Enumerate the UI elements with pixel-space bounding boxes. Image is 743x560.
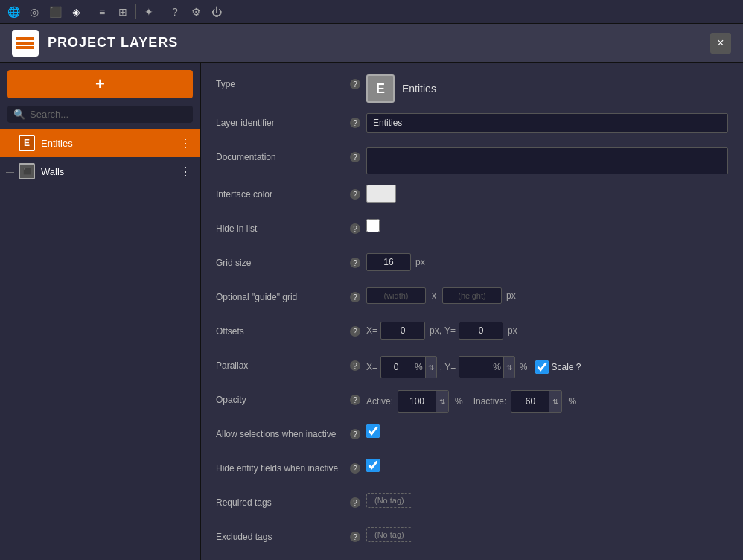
guide-width-input[interactable] bbox=[366, 287, 426, 304]
type-row: Type ? E Entities bbox=[216, 74, 728, 103]
opacity-help[interactable]: ? bbox=[350, 390, 366, 405]
entities-layer-menu-button[interactable]: ⋮ bbox=[176, 135, 194, 152]
hide-entity-fields-checkbox[interactable] bbox=[366, 459, 380, 472]
layer-identifier-row: Layer identifier ? bbox=[216, 113, 728, 137]
opacity-inactive-wrapper: ⇅ bbox=[511, 390, 562, 413]
guide-grid-label: Optional "guide" grid bbox=[216, 287, 350, 304]
parallax-y-spin-btn[interactable]: ⇅ bbox=[503, 357, 514, 378]
opacity-active-label: Active: bbox=[366, 396, 393, 407]
type-label: Type bbox=[216, 74, 350, 91]
guide-grid-control: x px bbox=[366, 287, 728, 304]
opacity-active-spin[interactable]: ⇅ bbox=[436, 391, 448, 412]
opacity-label: Opacity bbox=[216, 390, 350, 407]
guide-grid-row: Optional "guide" grid ? x px bbox=[216, 287, 728, 311]
close-button[interactable]: × bbox=[710, 33, 731, 54]
toolbar-divider-2 bbox=[135, 4, 136, 19]
grid-size-row: Grid size ? px bbox=[216, 253, 728, 277]
layer-item-walls[interactable]: — ⬛ Walls ⋮ bbox=[0, 157, 200, 185]
layer-identifier-input[interactable] bbox=[366, 113, 728, 133]
main-content: + 🔍 — E Entities ⋮ — ⬛ Walls ⋮ Type ? bbox=[0, 63, 743, 560]
parallax-x-spin-btn[interactable]: ⇅ bbox=[425, 357, 436, 378]
parallax-help[interactable]: ? bbox=[350, 356, 366, 371]
documentation-help[interactable]: ? bbox=[350, 147, 366, 162]
hide-in-list-help[interactable]: ? bbox=[350, 219, 366, 234]
grid-size-help[interactable]: ? bbox=[350, 253, 366, 268]
drag-handle-walls: — bbox=[6, 167, 14, 176]
allow-selections-checkbox[interactable] bbox=[366, 424, 380, 438]
guide-grid-help[interactable]: ? bbox=[350, 287, 366, 302]
parallax-row: Parallax ? X= % ⇅ , Y= % ⇅ % Scale bbox=[216, 356, 728, 380]
settings-panel: Type ? E Entities Layer identifier ? Doc… bbox=[201, 63, 743, 560]
documentation-input[interactable] bbox=[366, 147, 728, 174]
entities-layer-name: Entities bbox=[41, 138, 176, 149]
hide-entity-fields-label: Hide entity fields when inactive bbox=[216, 459, 350, 475]
excluded-tags-button[interactable]: (No tag) bbox=[366, 527, 412, 542]
opacity-active-unit: % bbox=[455, 396, 463, 407]
opacity-inactive-unit: % bbox=[568, 396, 576, 407]
layers-icon[interactable]: ◈ bbox=[66, 1, 86, 22]
walls-layer-menu-button[interactable]: ⋮ bbox=[176, 163, 194, 180]
exit-icon[interactable]: ⏻ bbox=[206, 1, 227, 22]
parallax-x-input[interactable] bbox=[381, 359, 411, 375]
type-help[interactable]: ? bbox=[350, 74, 366, 89]
offset-x-input[interactable] bbox=[380, 322, 425, 340]
help-icon[interactable]: ? bbox=[165, 1, 185, 22]
required-tags-help[interactable]: ? bbox=[350, 493, 366, 508]
offsets-help[interactable]: ? bbox=[350, 322, 366, 337]
required-tags-button[interactable]: (No tag) bbox=[366, 493, 412, 508]
parallax-label: Parallax bbox=[216, 356, 350, 372]
hide-in-list-row: Hide in list ? bbox=[216, 219, 728, 243]
hide-entity-fields-row: Hide entity fields when inactive ? bbox=[216, 459, 728, 483]
svg-rect-2 bbox=[16, 46, 34, 49]
allow-selections-label: Allow selections when inactive bbox=[216, 424, 350, 441]
opacity-inactive-input[interactable] bbox=[511, 393, 549, 410]
excluded-tags-help[interactable]: ? bbox=[350, 527, 366, 542]
location-icon[interactable]: ◎ bbox=[24, 1, 45, 22]
star-icon[interactable]: ✦ bbox=[138, 1, 159, 22]
sidebar: + 🔍 — E Entities ⋮ — ⬛ Walls ⋮ bbox=[0, 63, 201, 560]
list-icon[interactable]: ≡ bbox=[92, 1, 112, 22]
guide-height-input[interactable] bbox=[442, 287, 502, 304]
hide-in-list-checkbox[interactable] bbox=[366, 219, 380, 232]
toolbar-divider bbox=[89, 4, 89, 19]
documentation-control bbox=[366, 147, 728, 174]
type-control: E Entities bbox=[366, 74, 728, 103]
grid-size-label: Grid size bbox=[216, 253, 350, 270]
header: PROJECT LAYERS × bbox=[0, 24, 743, 63]
parallax-scale-label: Scale ? bbox=[552, 362, 581, 372]
required-tags-control: (No tag) bbox=[366, 493, 728, 508]
interface-color-help[interactable]: ? bbox=[350, 185, 366, 200]
settings-icon[interactable]: ⚙ bbox=[185, 1, 206, 22]
opacity-active-wrapper: ⇅ bbox=[398, 390, 449, 413]
layer-identifier-label: Layer identifier bbox=[216, 113, 350, 130]
offset-y-input[interactable] bbox=[459, 322, 503, 340]
parallax-scale-checkbox[interactable] bbox=[535, 360, 549, 374]
parallax-comma: , Y= bbox=[440, 362, 456, 372]
globe-icon[interactable]: 🌐 bbox=[3, 1, 24, 22]
grid-size-input[interactable] bbox=[366, 253, 411, 271]
layer-item-entities[interactable]: — E Entities ⋮ bbox=[0, 129, 200, 157]
toolbar: 🌐 ◎ ⬛ ◈ ≡ ⊞ ✦ ? ⚙ ⏻ bbox=[0, 0, 743, 24]
file-icon[interactable]: ⬛ bbox=[45, 1, 66, 22]
svg-rect-1 bbox=[16, 42, 34, 45]
color-preview[interactable] bbox=[366, 185, 396, 203]
hide-entity-fields-help[interactable]: ? bbox=[350, 459, 366, 474]
search-input[interactable] bbox=[30, 109, 187, 120]
interface-color-label: Interface color bbox=[216, 185, 350, 201]
add-layer-button[interactable]: + bbox=[7, 70, 193, 98]
opacity-active-input[interactable] bbox=[398, 393, 436, 410]
guide-separator: x bbox=[432, 290, 436, 301]
grid-size-control: px bbox=[366, 253, 728, 271]
opacity-inactive-spin[interactable]: ⇅ bbox=[549, 391, 561, 412]
app-logo bbox=[12, 30, 39, 57]
parallax-x-wrapper: % ⇅ bbox=[380, 356, 437, 378]
allow-selections-help[interactable]: ? bbox=[350, 424, 366, 439]
layer-identifier-help[interactable]: ? bbox=[350, 113, 366, 128]
search-icon: 🔍 bbox=[13, 109, 25, 120]
excluded-tags-control: (No tag) bbox=[366, 527, 728, 542]
parallax-y-input[interactable] bbox=[459, 359, 489, 375]
bullets-icon[interactable]: ⊞ bbox=[112, 1, 133, 22]
opacity-inactive-label: Inactive: bbox=[473, 396, 507, 407]
parallax-y-wrapper: % ⇅ bbox=[459, 356, 515, 378]
walls-layer-icon: ⬛ bbox=[19, 163, 35, 179]
